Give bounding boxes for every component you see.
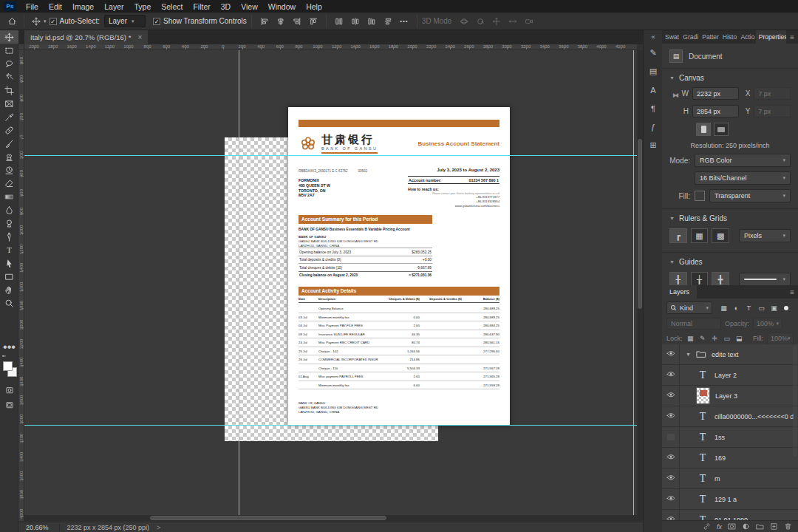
rectangle-tool[interactable] [0,270,18,283]
bit-depth-dropdown[interactable]: 16 Bits/Channel▾ [695,171,791,185]
align-left-edges-icon[interactable] [256,14,273,29]
menu-view[interactable]: View [236,2,263,11]
edit-toolbar-icon[interactable]: ••• [0,341,18,354]
toggle-grid-icon[interactable]: ▦ [691,228,709,243]
menu-select[interactable]: Select [156,2,188,11]
path-selection-tool[interactable] [0,256,18,270]
layer-visibility-toggle[interactable] [662,386,680,406]
canvas-width-field[interactable]: 2232 px [692,87,740,100]
libraries-panel-icon[interactable]: ⊞ [644,136,663,154]
close-icon[interactable]: × [137,33,142,41]
layer-row[interactable]: T01.01.1990 [662,510,798,520]
toggle-guides-icon[interactable]: ╂ [669,272,687,287]
layer-fill-field[interactable]: 100%▾ [767,332,794,344]
zoom-tool[interactable] [0,296,18,310]
new-layer-icon[interactable] [770,522,778,531]
auto-select-target-dropdown[interactable]: Layer▾ [104,15,146,27]
canvas-x-field[interactable]: 7 px [754,87,791,100]
auto-select-checkbox[interactable]: ✓ [50,18,57,25]
horizontal-guide[interactable] [24,425,637,426]
portrait-orientation-button[interactable] [696,123,711,136]
clone-source-panel-icon[interactable]: ▤ [644,62,663,81]
eyedropper-tool[interactable] [0,110,18,123]
tab-layers[interactable]: Layers [662,285,697,299]
canvas-height-field[interactable]: 2854 px [692,105,740,117]
layer-mask-icon[interactable] [728,522,736,531]
horizontal-guide[interactable] [24,155,637,156]
dodge-tool[interactable] [0,216,18,230]
align-right-edges-icon[interactable] [289,14,305,29]
menu-edit[interactable]: Edit [44,2,67,11]
home-icon[interactable] [4,14,19,29]
quick-mask-icon[interactable] [0,383,18,397]
menu-3d[interactable]: 3D [216,2,236,11]
move-tool[interactable] [0,30,18,44]
vertical-guide[interactable] [633,50,634,521]
menu-layer[interactable]: Layer [99,2,129,11]
gradient-tool[interactable] [0,190,18,203]
chevron-down-icon[interactable]: ▾ [44,18,47,24]
horizontal-scrollbar[interactable] [24,515,637,521]
menu-image[interactable]: Image [67,2,99,11]
adjustment-layer-filter-icon[interactable]: ◐ [731,302,742,313]
canvas-fill-dropdown[interactable]: Transparent▾ [709,189,791,202]
link-layers-icon[interactable] [703,522,711,531]
default-colors-icon[interactable]: ▪▫ [2,353,6,358]
canvas-viewport[interactable]: 甘肃银行 BANK OF GANSU Business Account Stat… [24,50,637,521]
layer-filter-toggle[interactable] [784,306,788,310]
document-tab[interactable]: Italy id.psd @ 20.7% (RGB/16) * × [24,30,148,44]
layer-visibility-toggle[interactable] [662,468,680,489]
ruler-origin-corner[interactable] [18,44,24,50]
layer-row[interactable]: Tcilla0000000...<<<<<<<0 d [662,406,798,427]
opacity-field[interactable]: 100%▾ [753,318,782,330]
collapse-tools-icon[interactable]: » [4,33,8,40]
layer-filter-kind-dropdown[interactable]: Kind ▾ [666,301,712,314]
layer-visibility-toggle[interactable] [662,510,680,521]
lock-pixels-icon[interactable]: ✎ [698,335,707,342]
tab-swat[interactable]: Swat [662,30,680,44]
delete-layer-icon[interactable] [784,522,792,531]
layer-visibility-toggle[interactable] [662,365,680,386]
tab-gradi[interactable]: Gradi [680,30,699,44]
brush-settings-panel-icon[interactable]: ✎ [644,44,663,62]
layer-row[interactable]: T1ss [662,427,798,448]
guide-style-dropdown[interactable]: ▾ [739,273,791,286]
distribute-top-edges-icon[interactable] [331,14,347,29]
screen-mode-icon[interactable] [0,398,18,412]
crop-tool[interactable] [0,83,18,97]
toggle-rulers-icon[interactable]: ┏ [669,228,687,243]
adjustment-layer-icon[interactable] [742,522,750,531]
align-top-edges-icon[interactable] [305,14,321,29]
foreground-color-swatch[interactable] [3,361,13,371]
color-mode-dropdown[interactable]: RGB Color▾ [695,154,791,167]
pixel-layer-filter-icon[interactable]: ▦ [718,302,729,313]
vertical-scrollbar[interactable] [637,50,643,521]
guides-section-header[interactable]: ▼ Guides [662,253,798,270]
canvas-section-header[interactable]: ▼ Canvas [662,69,798,86]
lock-transparency-icon[interactable]: ▦ [686,335,695,342]
lock-guides-icon[interactable]: ╁ [691,272,709,287]
layer-row[interactable]: TLayer 2 [662,365,798,386]
blur-tool[interactable] [0,203,18,216]
move-tool-preset-icon[interactable] [29,14,44,29]
layer-effects-icon[interactable]: fx [717,523,722,531]
landscape-orientation-button[interactable] [714,123,729,136]
distribute-vertical-centers-icon[interactable] [347,14,364,29]
object-selection-tool[interactable] [0,70,18,83]
shape-layer-filter-icon[interactable]: ▭ [756,302,767,313]
vertical-ruler[interactable]: 8006004002000200400600800100012001400160… [18,50,24,521]
layer-visibility-toggle[interactable] [662,427,680,448]
align-horizontal-centers-icon[interactable] [273,14,289,29]
layer-row[interactable]: T169 [662,448,798,468]
layer-visibility-toggle[interactable] [662,448,680,468]
ruler-units-dropdown[interactable]: Pixels▾ [739,229,791,242]
tab-patter[interactable]: Patter [699,30,720,44]
vertical-scrollbar-thumb[interactable] [638,139,642,309]
toggle-pixel-grid-icon[interactable]: ▩ [712,228,729,243]
chevron-down-icon[interactable]: ▼ [686,352,691,357]
smart-object-filter-icon[interactable]: ▣ [768,302,780,313]
horizontal-ruler[interactable]: 2000180016001400120010008006004002000200… [24,44,637,50]
layer-visibility-toggle[interactable] [662,489,680,510]
status-options-chevron[interactable]: > [157,524,160,531]
hand-tool[interactable] [0,283,18,296]
